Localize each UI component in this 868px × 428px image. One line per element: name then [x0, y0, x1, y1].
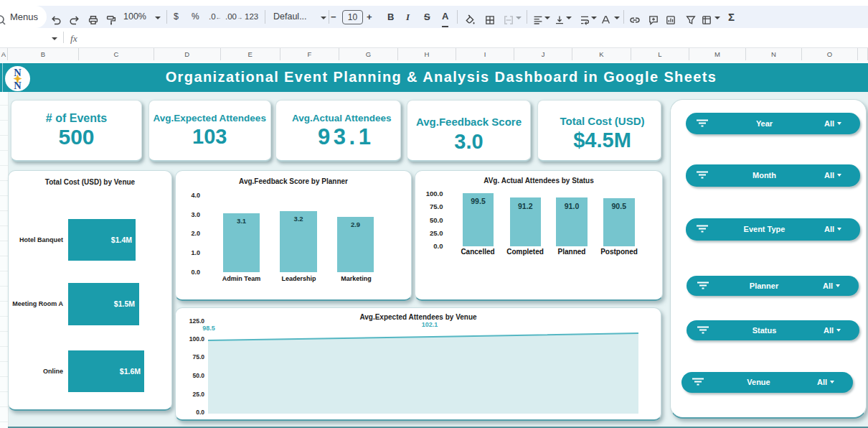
svg-text:N: N [14, 80, 22, 91]
